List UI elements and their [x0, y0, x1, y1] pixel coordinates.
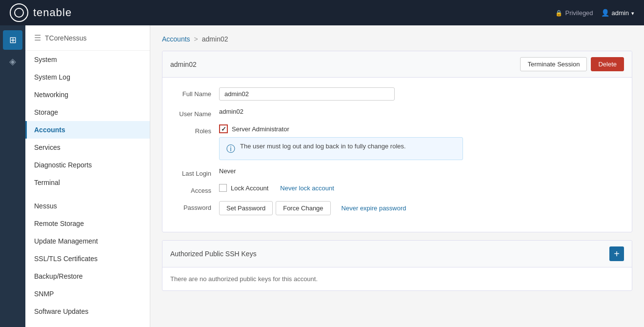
roles-content: Server Administrator ⓘ The user must log…: [219, 124, 624, 160]
logo-icon: [10, 3, 28, 22]
nav-item-nessus[interactable]: Nessus: [25, 197, 150, 215]
roles-row: Roles Server Administrator ⓘ The user mu…: [170, 124, 624, 160]
user-card: admin02 Terminate Session Delete Full Na…: [162, 51, 632, 232]
user-name-content: admin02: [219, 107, 624, 115]
ssh-card-title: Authorized Public SSH Keys: [170, 250, 257, 258]
access-row: Access Lock Account Never lock account: [170, 184, 624, 194]
breadcrumb-current: admin02: [202, 35, 228, 43]
set-password-button[interactable]: Set Password: [219, 201, 273, 215]
last-login-row: Last Login Never: [170, 167, 624, 177]
privileged-badge: Privileged: [555, 9, 593, 17]
access-label: Access: [170, 184, 219, 194]
roles-info-text: The user must log out and log back in to…: [240, 143, 406, 150]
roles-info-box: ⓘ The user must log out and log back in …: [219, 137, 463, 160]
password-row: Password Set Password Force Change Never…: [170, 201, 624, 215]
nav-item-backup-restore[interactable]: Backup/Restore: [25, 267, 150, 285]
never-lock-link[interactable]: Never lock account: [280, 184, 334, 192]
roles-checkbox-row: Server Administrator: [219, 124, 624, 133]
sidebar-title: TCoreNessus: [45, 34, 87, 42]
access-content: Lock Account Never lock account: [219, 184, 624, 192]
nav-separator: [25, 191, 150, 197]
full-name-label: Full Name: [170, 87, 219, 98]
user-name-row: User Name admin02: [170, 107, 624, 118]
sidebar-menu-icon: ☰: [34, 33, 41, 42]
roles-label: Roles: [170, 124, 219, 135]
ssh-card-actions: +: [609, 246, 624, 261]
ssh-card-header: Authorized Public SSH Keys +: [162, 241, 632, 267]
user-name-value: admin02: [219, 105, 243, 115]
nav-sidebar: ☰ TCoreNessus System System Log Networki…: [25, 25, 150, 327]
nav-item-services[interactable]: Services: [25, 139, 150, 156]
last-login-label: Last Login: [170, 167, 219, 177]
breadcrumb-separator: >: [194, 35, 198, 43]
admin-menu[interactable]: admin: [601, 9, 634, 17]
user-name-label: User Name: [170, 107, 219, 118]
user-card-header: admin02 Terminate Session Delete: [162, 51, 632, 78]
terminate-session-button[interactable]: Terminate Session: [520, 57, 587, 71]
sidebar-icon-palette[interactable]: ◈: [3, 52, 22, 71]
user-card-title: admin02: [170, 61, 197, 68]
add-ssh-key-button[interactable]: +: [609, 246, 624, 261]
chevron-down-icon: [631, 9, 634, 17]
nav-item-software-updates[interactable]: Software Updates: [25, 303, 150, 320]
force-change-button[interactable]: Force Change: [276, 201, 330, 215]
user-icon: [601, 9, 609, 17]
top-nav: tenable Privileged admin: [0, 0, 644, 25]
nav-item-update-management[interactable]: Update Management: [25, 232, 150, 250]
logo-inner-circle: [14, 8, 24, 18]
nav-item-snmp[interactable]: SNMP: [25, 285, 150, 303]
nav-sidebar-header: ☰ TCoreNessus: [25, 25, 150, 51]
nav-item-system[interactable]: System: [25, 51, 150, 68]
admin-label: admin: [612, 9, 629, 17]
full-name-row: Full Name: [170, 87, 624, 101]
main-layout: ⊞ ◈ ☰ TCoreNessus System System Log Netw…: [0, 25, 644, 327]
user-card-actions: Terminate Session Delete: [520, 57, 624, 71]
user-card-body: Full Name User Name admin02 Roles: [162, 78, 632, 232]
nav-item-remote-storage[interactable]: Remote Storage: [25, 215, 150, 232]
ssh-card: Authorized Public SSH Keys + There are n…: [162, 240, 632, 291]
nav-item-storage[interactable]: Storage: [25, 103, 150, 121]
delete-button[interactable]: Delete: [591, 57, 624, 71]
nav-item-terminal[interactable]: Terminal: [25, 174, 150, 191]
sidebar-icon-grid[interactable]: ⊞: [3, 30, 22, 50]
ssh-empty-message: There are no authorized public keys for …: [162, 267, 632, 290]
lock-account-checkbox[interactable]: [219, 184, 227, 192]
lock-icon: [555, 9, 563, 17]
nav-item-networking[interactable]: Networking: [25, 86, 150, 103]
content-area: Accounts > admin02 admin02 Terminate Ses…: [150, 25, 644, 327]
password-content: Set Password Force Change Never expire p…: [219, 201, 624, 215]
password-label: Password: [170, 201, 219, 211]
last-login-value: Never: [219, 164, 236, 175]
full-name-content: [219, 87, 624, 101]
nav-item-diagnostic-reports[interactable]: Diagnostic Reports: [25, 156, 150, 174]
nav-item-system-log[interactable]: System Log: [25, 68, 150, 86]
server-admin-label: Server Administrator: [232, 125, 289, 133]
nav-item-accounts[interactable]: Accounts: [25, 121, 150, 139]
full-name-input[interactable]: [219, 87, 395, 101]
ssh-card-body: There are no authorized public keys for …: [162, 267, 632, 290]
nav-item-ssl-tls[interactable]: SSL/TLS Certificates: [25, 250, 150, 267]
lock-account-label: Lock Account: [231, 184, 268, 192]
top-nav-right: Privileged admin: [555, 9, 634, 17]
breadcrumb-accounts-link[interactable]: Accounts: [162, 35, 190, 43]
info-icon: ⓘ: [226, 143, 235, 155]
never-expire-link[interactable]: Never expire password: [342, 204, 406, 212]
logo-text: tenable: [33, 6, 72, 19]
privileged-label: Privileged: [565, 9, 593, 17]
icon-sidebar: ⊞ ◈: [0, 25, 25, 327]
server-admin-checkbox[interactable]: [219, 124, 228, 133]
breadcrumb: Accounts > admin02: [162, 35, 632, 43]
logo-area: tenable: [10, 3, 72, 22]
last-login-content: Never: [219, 167, 624, 175]
